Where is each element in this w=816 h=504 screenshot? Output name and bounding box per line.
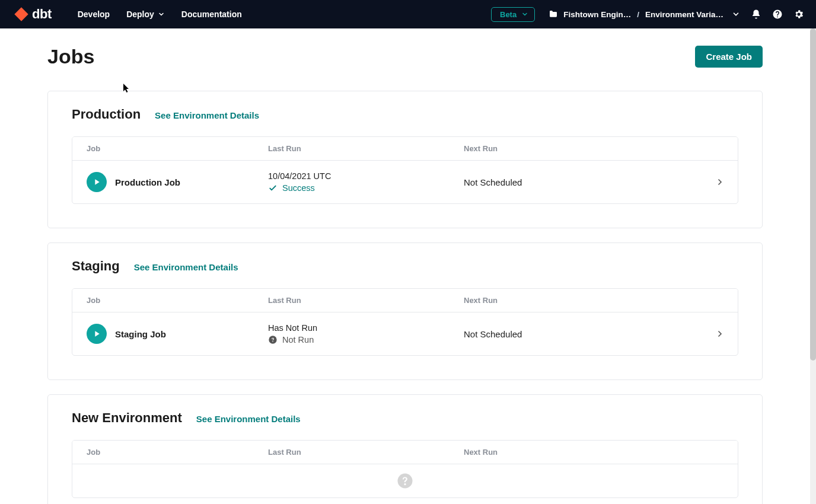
next-run: Not Scheduled — [464, 329, 702, 339]
gear-icon[interactable] — [793, 9, 804, 20]
chevron-down-icon[interactable] — [732, 10, 740, 18]
environment-details-link[interactable]: See Environment Details — [155, 110, 259, 120]
column-header-last-run: Last Run — [268, 137, 464, 160]
next-run: Not Scheduled — [464, 177, 702, 187]
table-row-empty — [72, 464, 738, 497]
job-name: Staging Job — [115, 329, 166, 339]
jobs-table: Job Last Run Next Run Production Job 10/… — [72, 136, 738, 204]
last-run-time: 10/04/2021 UTC — [268, 171, 464, 181]
environment-card-staging: Staging See Environment Details Job Last… — [47, 243, 763, 380]
column-header-job: Job — [72, 137, 268, 160]
table-row[interactable]: Staging Job Has Not Run Not Run Not Sche… — [72, 312, 738, 355]
status-label: Not Run — [282, 335, 314, 344]
page-title: Jobs — [47, 45, 94, 68]
environment-card-production: Production See Environment Details Job L… — [47, 91, 763, 228]
question-circle-icon — [396, 472, 414, 490]
page-header: Jobs Create Job — [47, 45, 763, 68]
run-button[interactable] — [87, 324, 107, 344]
bell-icon[interactable] — [751, 9, 761, 20]
environment-details-link[interactable]: See Environment Details — [134, 262, 238, 272]
environment-title: New Environment — [72, 410, 182, 426]
job-name: Production Job — [115, 177, 180, 187]
last-run-time: Has Not Run — [268, 323, 464, 333]
column-header-last-run: Last Run — [268, 289, 464, 312]
environment-title: Production — [72, 107, 141, 122]
breadcrumb-separator: / — [637, 10, 639, 19]
nav-develop[interactable]: Develop — [69, 9, 118, 19]
table-row[interactable]: Production Job 10/04/2021 UTC Success No… — [72, 161, 738, 203]
page-content: Jobs Create Job Production See Environme… — [0, 28, 810, 504]
column-header-job: Job — [72, 441, 268, 464]
breadcrumb-env: Environment Varia… — [645, 10, 723, 19]
breadcrumb[interactable]: Fishtown Engin… / Environment Varia… — [548, 9, 740, 19]
check-icon — [268, 183, 278, 193]
jobs-table: Job Last Run Next Run Staging Job Has No… — [72, 288, 738, 356]
chevron-right-icon — [702, 329, 738, 339]
status-label: Success — [282, 183, 315, 193]
column-header-next-run: Next Run — [464, 289, 702, 312]
question-circle-icon — [268, 335, 278, 344]
environment-details-link[interactable]: See Environment Details — [196, 414, 301, 424]
create-job-button[interactable]: Create Job — [695, 46, 763, 68]
nav-deploy[interactable]: Deploy — [118, 9, 173, 19]
column-header-job: Job — [72, 289, 268, 312]
breadcrumb-org: Fishtown Engin… — [563, 10, 631, 19]
nav-documentation[interactable]: Documentation — [173, 9, 250, 19]
scrollbar-thumb[interactable] — [810, 28, 816, 361]
help-icon[interactable] — [772, 9, 783, 20]
column-header-next-run: Next Run — [464, 137, 702, 160]
column-header-next-run: Next Run — [464, 441, 702, 464]
brand-text: dbt — [32, 7, 52, 22]
column-header-last-run: Last Run — [268, 441, 464, 464]
brand-logo[interactable]: dbt — [13, 7, 52, 22]
environment-card-new: New Environment See Environment Details … — [47, 394, 763, 504]
navbar: dbt Develop Deploy Documentation Beta Fi… — [0, 0, 816, 28]
jobs-table: Job Last Run Next Run — [72, 440, 738, 498]
environment-title: Staging — [72, 259, 120, 274]
chevron-down-icon — [521, 11, 528, 18]
chevron-right-icon — [702, 177, 738, 187]
run-button[interactable] — [87, 172, 107, 192]
folder-icon — [548, 9, 559, 19]
beta-dropdown[interactable]: Beta — [491, 7, 535, 22]
brand-mark-icon — [13, 7, 30, 22]
chevron-down-icon — [158, 11, 165, 18]
